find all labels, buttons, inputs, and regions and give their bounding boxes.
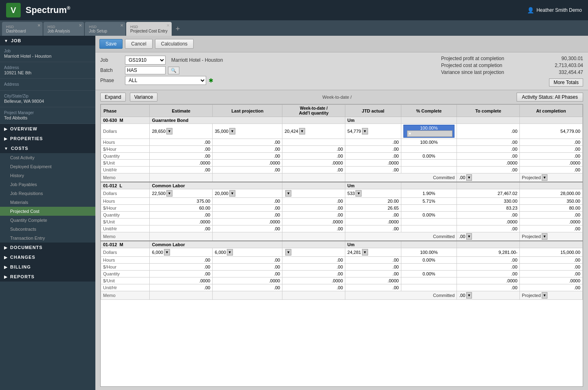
more-totals-button[interactable]: More Totals xyxy=(549,78,583,87)
table-row: $/Unit .0000 .0000 .0000 .0000 .0000 .00… xyxy=(101,160,583,167)
form-left: Job GS1910 Marriott Hotel - Houston Batc… xyxy=(100,56,433,87)
save-button[interactable]: Save xyxy=(99,39,123,49)
row-type: $/Unit xyxy=(101,219,150,225)
table-row: $/Hour .00 .00 .00 .00 .00 .00 xyxy=(101,146,583,153)
cancel-button[interactable]: Cancel xyxy=(125,39,152,49)
estimate-cell: .0000 xyxy=(150,219,213,225)
cell-dropdown[interactable]: ▼ xyxy=(229,190,235,197)
sidebar-billing-section[interactable]: ▶ BILLING xyxy=(0,262,95,272)
addl-qty-cell[interactable]: ▼ xyxy=(282,248,345,257)
data-grid-wrapper[interactable]: Phase Estimate Last projection Week-to-d… xyxy=(100,104,583,387)
form-right: Projected profit at completion 90,300.01… xyxy=(441,56,583,87)
at-completion-cell: .00 xyxy=(520,153,583,160)
sidebar-reports-section[interactable]: ▶ REPORTS xyxy=(0,272,95,282)
sidebar-documents-section[interactable]: ▶ DOCUMENTS xyxy=(0,243,95,252)
projected-cost-value: 2,713,403.04 xyxy=(547,63,583,68)
committed-dropdown[interactable]: ▼ xyxy=(466,174,472,181)
job-section-arrow: ▼ xyxy=(4,39,9,43)
cell-dropdown[interactable]: ▼ xyxy=(285,249,291,256)
committed-label: Committed xyxy=(345,173,457,182)
last-proj-cell[interactable]: 35,000▼ xyxy=(213,124,282,139)
estimate-cell: .00 xyxy=(150,212,213,219)
estimate-cell[interactable]: 28,650▼ xyxy=(150,124,213,139)
sidebar-costs-section[interactable]: ▼ COSTS xyxy=(0,143,95,153)
projected-dropdown[interactable]: ▼ xyxy=(542,233,548,240)
pct-cell xyxy=(401,277,457,284)
estimate-cell[interactable]: 6,000▼ xyxy=(150,248,213,257)
last-proj-cell[interactable]: 20,000▼ xyxy=(213,189,282,198)
cell-dropdown[interactable]: ▼ xyxy=(164,249,170,256)
batch-search-button[interactable]: 🔍 xyxy=(168,67,179,74)
projected-dropdown[interactable]: ▼ xyxy=(542,292,548,299)
last-proj-cell[interactable]: 6,000▼ xyxy=(213,248,282,257)
job-select[interactable]: GS1910 xyxy=(125,56,166,65)
cell-dropdown[interactable]: ▼ xyxy=(166,190,172,197)
jtd-cell[interactable]: 24,281▼ xyxy=(345,248,401,257)
cell-dropdown[interactable]: ▼ xyxy=(285,190,291,197)
committed-dropdown[interactable]: ▼ xyxy=(466,233,472,240)
variance-label: Variance since last projection xyxy=(441,69,504,75)
form-area: Job GS1910 Marriott Hotel - Houston Batc… xyxy=(95,52,588,90)
phase-select[interactable]: ALL xyxy=(125,76,206,85)
committed-value-cell[interactable]: .00 ▼ xyxy=(457,291,520,300)
committed-value-cell[interactable]: .00 ▼ xyxy=(457,232,520,241)
tab-job-analysis[interactable]: HSD Job Analysis ✕ xyxy=(43,22,84,36)
sidebar-item-deployed-equipment[interactable]: Deployed Equipment xyxy=(0,162,95,171)
activity-status-button[interactable]: Activity Status: All Phases xyxy=(517,93,583,102)
cell-dropdown[interactable]: ▼ xyxy=(299,128,305,134)
sidebar-job-section[interactable]: ▼ JOB xyxy=(0,36,95,46)
estimate-cell: .00 xyxy=(150,225,213,232)
addl-qty-cell: .00 xyxy=(282,284,345,291)
committed-dropdown[interactable]: ▼ xyxy=(466,292,472,299)
add-tab-button[interactable]: + xyxy=(172,22,183,36)
pct-highlighted[interactable]: 100.00%▼ xyxy=(403,125,455,138)
calculations-button[interactable]: Calculations xyxy=(155,39,194,49)
addl-qty-cell[interactable]: 20,424▼ xyxy=(282,124,345,139)
cell-dropdown[interactable]: ▼ xyxy=(229,128,235,134)
pct-cell: 0.00% xyxy=(401,212,457,219)
sidebar-item-projected-cost[interactable]: Projected Cost xyxy=(0,207,95,216)
at-completion-cell: 350.00 xyxy=(520,198,583,205)
variance-button[interactable]: Variance xyxy=(130,93,157,102)
cell-dropdown[interactable]: ▼ xyxy=(355,190,362,197)
sidebar-properties-section[interactable]: ▶ PROPERTIES xyxy=(0,134,95,143)
jtd-cell[interactable]: 533▼ xyxy=(345,189,401,198)
sidebar-item-subcontracts[interactable]: Subcontracts xyxy=(0,225,95,234)
batch-input[interactable] xyxy=(125,66,166,74)
last-proj-cell: .00 xyxy=(213,225,282,232)
table-row: Memo Committed .00 ▼ Projected ▼ xyxy=(101,232,583,241)
col-addl-qty: Week-to-date / Add'l quantity xyxy=(282,105,345,117)
at-completion-cell: .00 xyxy=(520,167,583,173)
committed-value-cell[interactable]: .00 ▼ xyxy=(457,173,520,182)
tab-projected-cost-entry[interactable]: HSD Projected Cost Entry ✕ xyxy=(126,22,172,36)
cell-dropdown[interactable]: ▼ xyxy=(362,128,368,134)
cell-dropdown[interactable]: ▼ xyxy=(166,128,172,134)
sidebar-changes-section[interactable]: ▶ CHANGES xyxy=(0,252,95,262)
sidebar-item-transaction-entry[interactable]: Transaction Entry xyxy=(0,234,95,243)
to-complete-cell: .00 xyxy=(457,264,520,271)
tab-dashboard[interactable]: HSD Dashboard ✕ xyxy=(2,22,43,36)
sidebar-item-history[interactable]: History xyxy=(0,171,95,180)
cell-dropdown[interactable]: ▼ xyxy=(227,249,233,256)
sidebar-address2-info: Address xyxy=(0,79,95,91)
form-row-phase: Phase ALL ✱ xyxy=(100,76,433,85)
addl-qty-cell[interactable]: ▼ xyxy=(282,189,345,198)
tab-job-setup[interactable]: HSD Job Setup ✕ xyxy=(85,22,125,36)
sidebar-item-job-payables[interactable]: Job Payables xyxy=(0,180,95,189)
pct-cell[interactable]: 100.00%▼ xyxy=(401,124,457,139)
sidebar-item-job-requisitions[interactable]: Job Requisitions xyxy=(0,189,95,198)
sidebar-item-quantity-complete[interactable]: Quantity Complete xyxy=(0,216,95,225)
projected-dropdown[interactable]: ▼ xyxy=(542,174,548,181)
pct-cell xyxy=(401,264,457,271)
pct-cell xyxy=(401,219,457,225)
sidebar-item-cost-activity[interactable]: Cost Activity xyxy=(0,153,95,162)
table-row: Hours .00 .00 .00 .00 0.00% .00 .00 xyxy=(101,257,583,264)
sidebar-overview-section[interactable]: ▶ OVERVIEW xyxy=(0,124,95,134)
cell-dropdown[interactable]: ▼ xyxy=(362,249,368,256)
phase-code: 01-012 L xyxy=(101,182,150,189)
estimate-cell[interactable]: 22,500▼ xyxy=(150,189,213,198)
col-phase: Phase xyxy=(101,105,150,117)
expand-button[interactable]: Expand xyxy=(100,93,126,102)
sidebar-item-materials[interactable]: Materials xyxy=(0,198,95,207)
jtd-cell[interactable]: 54,779▼ xyxy=(345,124,401,139)
